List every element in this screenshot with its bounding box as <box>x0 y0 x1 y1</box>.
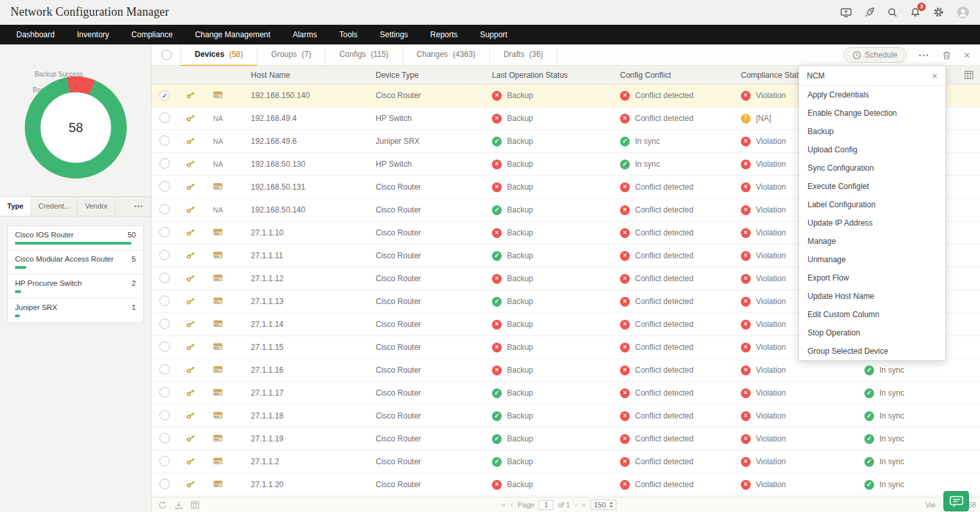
sidebar-tab-credent[interactable]: Credent... <box>31 197 78 216</box>
main-tabs: Devices (58)Groups (7)Configs (115)Chang… <box>180 44 557 66</box>
nav-item-inventory[interactable]: Inventory <box>66 25 120 44</box>
export-icon[interactable] <box>174 501 183 509</box>
menu-item-export-flow[interactable]: Export Flow <box>799 269 945 287</box>
sidebar-more-options-icon[interactable]: ••• <box>126 203 151 210</box>
compliance-status-label: Violation <box>756 297 786 307</box>
type-list-item[interactable]: HP Procurve Switch2 <box>8 275 143 299</box>
col-last-operation-status[interactable]: Last Operation Status <box>478 71 602 80</box>
nav-item-alarms[interactable]: Alarms <box>282 25 328 44</box>
row-checkbox[interactable] <box>159 250 170 260</box>
sidebar-tab-type[interactable]: Type <box>0 197 31 216</box>
menu-item-label-configuration[interactable]: Label Configuration <box>799 196 945 214</box>
more-actions-icon[interactable]: ••• <box>919 52 930 59</box>
select-all-checkbox[interactable] <box>161 50 172 60</box>
first-page-icon[interactable]: « <box>502 500 506 509</box>
table-row[interactable]: 27.1.1.19Cisco Router✓Backup×Conflict de… <box>152 428 980 451</box>
col-host-name[interactable]: Host Name <box>238 71 365 80</box>
menu-item-upload-config[interactable]: Upload Config <box>799 141 945 159</box>
row-checkbox[interactable] <box>159 273 170 283</box>
menu-close-icon[interactable]: × <box>932 71 938 80</box>
column-chooser-icon[interactable] <box>964 71 973 79</box>
menu-item-unmanage[interactable]: Unmanage <box>799 250 945 269</box>
col-config-conflict[interactable]: Config Conflict <box>602 71 723 80</box>
schedule-button[interactable]: Schedule <box>843 47 907 63</box>
row-checkbox[interactable] <box>159 135 170 146</box>
row-checkbox[interactable] <box>159 479 170 489</box>
nav-item-reports[interactable]: Reports <box>419 25 469 44</box>
row-checkbox[interactable] <box>159 433 170 443</box>
page-size-select[interactable]: 150 <box>591 500 616 510</box>
credentials-key-icon <box>186 479 196 489</box>
backup-status-label: Backup <box>507 274 533 284</box>
grid-view-icon[interactable] <box>191 501 199 509</box>
row-checkbox[interactable] <box>159 181 170 192</box>
menu-item-execute-configlet[interactable]: Execute Configlet <box>799 177 945 196</box>
user-avatar[interactable] <box>956 6 970 19</box>
menu-item-apply-credentials[interactable]: Apply Credentials <box>799 86 945 104</box>
table-row[interactable]: 27.1.1.16Cisco Router×Backup×Conflict de… <box>152 359 980 382</box>
row-checkbox[interactable] <box>159 112 170 123</box>
gear-icon[interactable] <box>933 7 944 18</box>
notification-badge: 3 <box>917 3 926 11</box>
nav-item-settings[interactable]: Settings <box>368 25 419 44</box>
last-page-icon[interactable]: » <box>581 500 586 509</box>
type-list-item[interactable]: Cisco IOS Router50 <box>8 226 143 250</box>
tab-configs[interactable]: Configs (115) <box>325 44 402 66</box>
close-icon[interactable]: × <box>964 50 970 61</box>
credentials-key-icon <box>186 456 196 466</box>
nav-item-dashboard[interactable]: Dashboard <box>5 25 66 44</box>
rocket-icon[interactable] <box>864 7 875 18</box>
fail-status-icon: × <box>492 320 502 330</box>
row-checkbox[interactable]: ✓ <box>159 90 170 101</box>
sidebar-tab-vendor[interactable]: Vendor <box>78 197 116 216</box>
host-name: 27.1.1.20 <box>238 480 365 489</box>
menu-item-enable-change-detection[interactable]: Enable Change Detection <box>799 104 945 122</box>
table-row[interactable]: 27.1.1.2Cisco Router✓Backup×Conflict det… <box>152 451 980 473</box>
table-row[interactable]: 27.1.1.20Cisco Router×Backup×Conflict de… <box>152 473 980 496</box>
config-conflict-status-label: Conflict detected <box>635 480 693 490</box>
refresh-icon[interactable] <box>158 501 167 509</box>
menu-item-group-selected-device[interactable]: Group Selected Device <box>799 342 945 360</box>
menu-item-stop-operation[interactable]: Stop Operation <box>799 324 945 342</box>
screen-share-icon[interactable] <box>840 7 852 18</box>
page-input[interactable] <box>539 500 553 510</box>
row-checkbox[interactable] <box>159 204 170 214</box>
row-checkbox[interactable] <box>159 318 170 329</box>
search-icon[interactable] <box>887 7 898 18</box>
table-row[interactable]: 27.1.1.18Cisco Router✓Backup×Conflict de… <box>152 405 980 428</box>
type-list-item[interactable]: Juniper SRX1 <box>8 299 143 322</box>
row-checkbox[interactable] <box>159 158 170 169</box>
table-row[interactable]: 27.1.1.17Cisco Router✓Backup×Conflict de… <box>152 382 980 405</box>
nav-item-compliance[interactable]: Compliance <box>120 25 184 44</box>
nav-item-tools[interactable]: Tools <box>328 25 368 44</box>
credentials-key-icon <box>186 296 196 306</box>
prev-page-icon[interactable]: ‹ <box>510 500 513 509</box>
menu-item-update-host-name[interactable]: Update Host Name <box>799 287 945 305</box>
tab-devices[interactable]: Devices (58) <box>180 44 257 66</box>
nav-item-change-management[interactable]: Change Management <box>184 25 281 44</box>
tab-changes[interactable]: Changes (4363) <box>403 44 490 66</box>
nav-item-support[interactable]: Support <box>469 25 519 44</box>
chat-button[interactable] <box>943 491 969 511</box>
row-checkbox[interactable] <box>159 227 170 237</box>
type-list-item[interactable]: Cisco Modular Access Router5 <box>8 250 143 275</box>
menu-item-manage[interactable]: Manage <box>799 232 945 250</box>
menu-item-update-ip-address[interactable]: Update IP Address <box>799 214 945 232</box>
menu-item-backup[interactable]: Backup <box>799 122 945 141</box>
tab-drafts[interactable]: Drafts (36) <box>490 44 558 66</box>
row-checkbox[interactable] <box>159 456 170 466</box>
row-checkbox[interactable] <box>159 296 170 306</box>
backup-status-chart: Backup Success Backup Failed 58 <box>0 44 151 196</box>
bell-icon[interactable]: 3 <box>910 7 921 18</box>
row-checkbox[interactable] <box>159 364 170 375</box>
next-page-icon[interactable]: › <box>574 500 577 509</box>
menu-item-sync-configuration[interactable]: Sync Configuration <box>799 159 945 177</box>
row-checkbox[interactable] <box>159 341 170 352</box>
delete-icon[interactable] <box>942 50 951 60</box>
host-name: 27.1.1.15 <box>238 343 365 352</box>
tab-groups[interactable]: Groups (7) <box>257 44 325 66</box>
row-checkbox[interactable] <box>159 410 170 420</box>
menu-item-edit-custom-column[interactable]: Edit Custom Column <box>799 305 945 324</box>
row-checkbox[interactable] <box>159 387 170 398</box>
col-device-type[interactable]: Device Type <box>365 71 478 80</box>
